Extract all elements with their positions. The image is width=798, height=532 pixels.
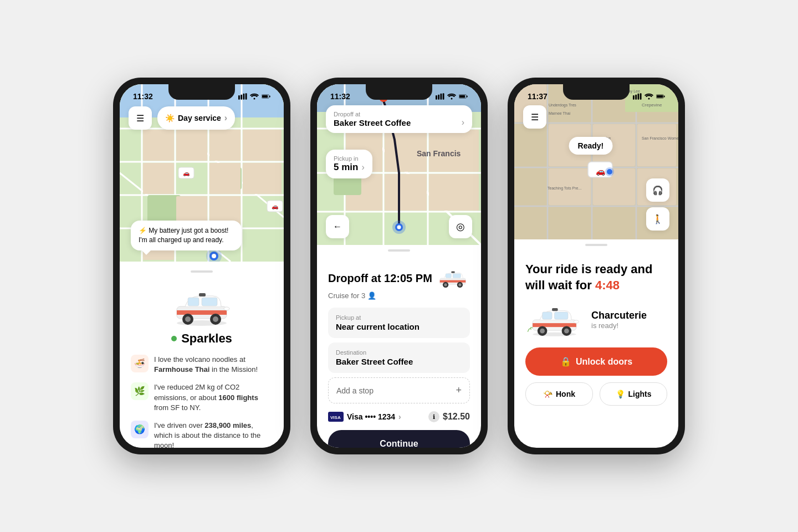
svg-rect-132 bbox=[555, 312, 569, 319]
phone-2: 11:32 bbox=[310, 78, 488, 454]
car-ready-row: Charcuterie is ready! bbox=[525, 302, 667, 337]
svg-text:Marnee Thai: Marnee Thai bbox=[549, 111, 571, 115]
back-button-2[interactable]: ← bbox=[326, 215, 349, 238]
svg-point-4 bbox=[254, 98, 255, 100]
phone1-sheet: Sparkles 🍜 I love the volcano noodles at… bbox=[120, 262, 284, 448]
fact-icon-distance: 🌍 bbox=[131, 421, 149, 438]
svg-rect-24 bbox=[209, 130, 241, 161]
locate-button-2[interactable]: ◎ bbox=[449, 215, 472, 238]
phone1-controls: ☰ ☀️ Day service › bbox=[129, 106, 275, 130]
honk-button[interactable]: 📯 Honk bbox=[525, 382, 593, 406]
destination-field[interactable]: Destination Baker Street Coffee bbox=[328, 342, 470, 373]
svg-rect-31 bbox=[243, 163, 282, 194]
svg-rect-0 bbox=[238, 95, 240, 100]
time-3: 11:37 bbox=[528, 92, 548, 101]
svg-rect-43 bbox=[177, 310, 227, 315]
phone2-map: San Francis Dropoff at Baker Street Coff… bbox=[317, 84, 481, 245]
honk-label: Honk bbox=[556, 390, 575, 398]
price-label: $12.50 bbox=[443, 412, 470, 422]
sheet-handle-2 bbox=[388, 249, 410, 252]
svg-rect-94 bbox=[633, 95, 635, 100]
headset-icon: 🎧 bbox=[652, 185, 663, 196]
fact-text-1: I love the volcano noodles at Farmhouse … bbox=[154, 355, 273, 375]
svg-rect-74 bbox=[385, 174, 427, 211]
car-ready-name: Charcuterie bbox=[591, 310, 647, 321]
svg-text:🚗: 🚗 bbox=[596, 167, 606, 176]
svg-point-49 bbox=[213, 316, 218, 322]
headset-button[interactable]: 🎧 bbox=[646, 178, 669, 202]
car-ready-info: Charcuterie is ready! bbox=[591, 310, 647, 330]
car-name: Sparkles bbox=[131, 331, 273, 346]
notch-3 bbox=[563, 84, 630, 100]
notch-2 bbox=[366, 84, 432, 100]
svg-rect-2 bbox=[243, 94, 244, 100]
svg-text:🚗: 🚗 bbox=[272, 203, 279, 210]
svg-rect-137 bbox=[552, 308, 558, 311]
pickup-field[interactable]: Pickup at Near current location bbox=[328, 308, 470, 338]
svg-rect-44 bbox=[188, 298, 199, 306]
svg-rect-96 bbox=[637, 94, 639, 100]
status-icons-1 bbox=[238, 93, 270, 100]
svg-rect-23 bbox=[176, 130, 207, 161]
sheet-handle-area-3 bbox=[514, 239, 678, 246]
svg-rect-84 bbox=[440, 280, 466, 283]
continue-label: Continue bbox=[380, 439, 418, 448]
svg-rect-6 bbox=[262, 95, 268, 98]
countdown-timer: 4:48 bbox=[595, 278, 620, 292]
fact-item-3: 🌍 I've driven over 238,900 miles, which … bbox=[131, 421, 273, 448]
ride-ready-title: Your ride is ready and will wait for 4:4… bbox=[525, 262, 667, 293]
add-stop-label: Add a stop bbox=[336, 386, 374, 395]
svg-rect-22 bbox=[143, 130, 174, 161]
lights-label: Lights bbox=[628, 390, 652, 398]
dropoff-place: Baker Street Coffee bbox=[334, 118, 411, 127]
car-name-text: Sparkles bbox=[181, 331, 232, 346]
visa-chip[interactable]: VISA Visa •••• 1234 › bbox=[328, 412, 401, 422]
ready-text: Ready! bbox=[578, 141, 604, 150]
pickup-in-value: 5 min bbox=[334, 162, 358, 173]
car-illustration-2 bbox=[436, 267, 470, 289]
chat-text: ⚡ My battery just got a boost! I'm all c… bbox=[139, 227, 228, 244]
cruise-text: Cruise for 3 bbox=[328, 291, 365, 300]
fact-text-3: I've driven over 238,900 miles, which is… bbox=[154, 421, 273, 448]
chevron-visa: › bbox=[398, 412, 401, 421]
svg-text:🚗: 🚗 bbox=[183, 170, 190, 177]
sheet-handle-1 bbox=[191, 270, 213, 273]
svg-point-90 bbox=[458, 283, 461, 286]
menu-icon-3: ☰ bbox=[531, 112, 539, 122]
pickup-at-value: Near current location bbox=[336, 322, 462, 331]
car-ready-sub: is ready! bbox=[591, 321, 647, 330]
menu-button-1[interactable]: ☰ bbox=[129, 106, 152, 130]
sheet-handle-area-2 bbox=[317, 245, 481, 252]
pickup-card[interactable]: Pickup in 5 min › bbox=[326, 150, 372, 178]
lights-button[interactable]: 💡 Lights bbox=[600, 382, 667, 406]
back-arrow-icon: ← bbox=[333, 222, 342, 232]
destination-label: Destination bbox=[336, 349, 462, 356]
info-icon[interactable]: ℹ bbox=[428, 411, 439, 422]
person-icon: 👤 bbox=[367, 291, 376, 300]
svg-rect-55 bbox=[443, 93, 444, 99]
add-stop-button[interactable]: Add a stop + bbox=[328, 377, 470, 403]
phones-container: 11:32 bbox=[113, 78, 685, 454]
fact-item-1: 🍜 I love the volcano noodles at Farmhous… bbox=[131, 355, 273, 375]
ready-bubble: Ready! bbox=[569, 137, 613, 155]
fact-icon-eco: 🌿 bbox=[131, 382, 149, 400]
svg-text:San Francis: San Francis bbox=[417, 149, 461, 158]
continue-button[interactable]: Continue bbox=[328, 430, 470, 448]
unlock-button[interactable]: 🔒 Unlock doors bbox=[525, 347, 667, 376]
svg-rect-85 bbox=[446, 274, 451, 278]
svg-rect-130 bbox=[533, 323, 576, 327]
svg-rect-3 bbox=[245, 93, 247, 99]
svg-rect-50 bbox=[199, 293, 206, 296]
phone2-sheet: Dropoff at 12:05 PM bbox=[317, 260, 481, 448]
dropoff-card[interactable]: Dropoff at Baker Street Coffee › bbox=[326, 105, 472, 133]
svg-rect-54 bbox=[440, 94, 442, 100]
service-badge[interactable]: ☀️ Day service › bbox=[157, 106, 235, 130]
chat-bubble: ⚡ My battery just got a boost! I'm all c… bbox=[131, 221, 242, 250]
svg-rect-7 bbox=[269, 95, 270, 97]
walker-button[interactable]: 🚶 bbox=[646, 207, 669, 231]
svg-rect-131 bbox=[543, 312, 553, 319]
menu-button-3[interactable]: ☰ bbox=[523, 105, 546, 129]
svg-point-51 bbox=[224, 307, 229, 310]
sheet-title: Dropoff at 12:05 PM bbox=[328, 272, 432, 285]
svg-point-138 bbox=[574, 320, 579, 323]
